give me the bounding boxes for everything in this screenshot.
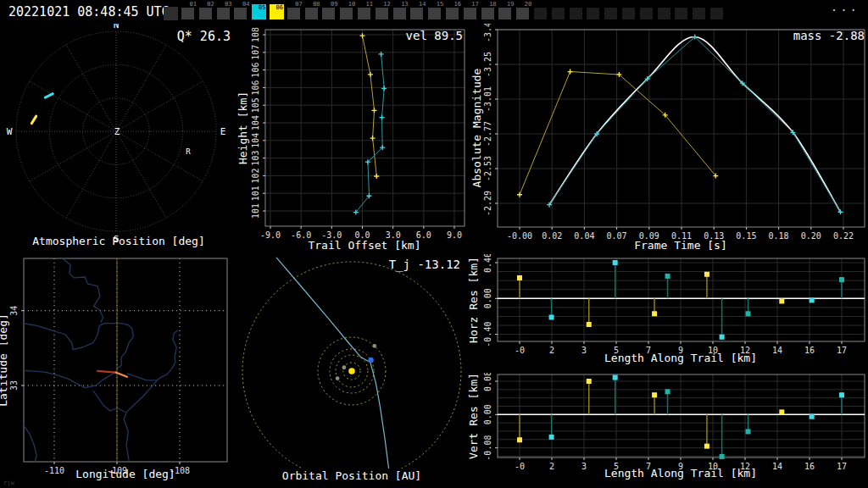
frame-slot-empty[interactable] bbox=[692, 1, 709, 23]
frame-slot-empty[interactable] bbox=[674, 1, 691, 23]
frame-slot-box[interactable] bbox=[305, 8, 318, 19]
frame-slot-01[interactable]: 01 bbox=[181, 1, 198, 23]
frame-slot-box[interactable] bbox=[287, 8, 300, 19]
frame-slot-number: 02 bbox=[207, 1, 214, 8]
frame-slot-box[interactable] bbox=[234, 8, 247, 19]
y-tick-label: 0.00 bbox=[483, 404, 492, 424]
frame-slot-box[interactable] bbox=[164, 7, 178, 20]
frame-slot-box[interactable] bbox=[446, 8, 459, 19]
frame-slot-12[interactable]: 12 bbox=[375, 1, 392, 23]
x-axis-title: Longitude [deg] bbox=[75, 468, 175, 480]
frame-slot-box[interactable] bbox=[181, 8, 194, 19]
data-marker bbox=[371, 108, 376, 113]
frame-slot-box[interactable] bbox=[640, 8, 653, 19]
frame-slot-18[interactable]: 18 bbox=[481, 1, 498, 23]
x-tick-label: 14 bbox=[772, 462, 782, 471]
frame-slot-box[interactable] bbox=[658, 8, 670, 19]
x-tick-label: 17 bbox=[837, 462, 847, 471]
frame-slot-empty[interactable] bbox=[709, 1, 726, 23]
frame-slot-06[interactable]: 06 bbox=[269, 1, 286, 23]
series-line bbox=[520, 72, 715, 195]
frame-slot-box[interactable] bbox=[534, 8, 547, 19]
frame-slot-number: 17 bbox=[471, 1, 478, 8]
x-tick-label: 14 bbox=[772, 346, 782, 355]
frame-slot-box[interactable] bbox=[358, 8, 370, 19]
frame-slot-box[interactable] bbox=[340, 8, 353, 19]
x-axis-title: Length Along Trail [km] bbox=[604, 467, 757, 480]
frame-slot-empty[interactable] bbox=[657, 1, 674, 23]
frame-slot-box[interactable] bbox=[410, 8, 423, 19]
frame-slot-box[interactable] bbox=[428, 8, 441, 19]
frame-slot-box[interactable] bbox=[604, 8, 617, 19]
frame-slot-13[interactable]: 13 bbox=[392, 1, 409, 23]
frame-slot-box[interactable] bbox=[693, 8, 705, 19]
frame-slot-number: 07 bbox=[295, 1, 302, 8]
residual-marker bbox=[720, 454, 725, 459]
frame-slot-empty[interactable] bbox=[621, 1, 638, 23]
frame-slot-box[interactable] bbox=[322, 8, 335, 19]
panel-horz-residuals: -02357910121416170.400.00-0.40Length Alo… bbox=[466, 254, 868, 373]
data-marker bbox=[517, 192, 522, 197]
frame-slot-09[interactable]: 09 bbox=[321, 1, 338, 23]
frame-slot-04[interactable]: 04 bbox=[233, 1, 250, 23]
frame-slot-empty[interactable] bbox=[586, 1, 603, 23]
y-tick-label: -3.49 bbox=[483, 24, 492, 42]
y-tick-label: 108 bbox=[251, 27, 260, 42]
compass-west: W bbox=[7, 126, 13, 137]
y-tick-label: -0.40 bbox=[483, 322, 492, 347]
x-tick-label: 0.20 bbox=[801, 231, 821, 241]
frame-slot-empty[interactable] bbox=[551, 1, 568, 23]
frame-slot-number: 12 bbox=[383, 1, 390, 8]
frame-slot-empty[interactable] bbox=[533, 1, 550, 23]
frame-slot-08[interactable]: 08 bbox=[304, 1, 321, 23]
frame-slot-box[interactable] bbox=[199, 8, 212, 19]
panel-atmospheric-position: NSEWZRQ* 26.3Atmospheric Position [deg] bbox=[0, 24, 237, 254]
frame-slot-box[interactable] bbox=[552, 8, 565, 19]
frame-slot-14[interactable]: 14 bbox=[409, 1, 426, 23]
frame-slot-number: 16 bbox=[454, 1, 461, 8]
frame-slot-box[interactable] bbox=[498, 8, 511, 19]
y-tick-label: 101 bbox=[251, 203, 260, 219]
residual-marker bbox=[652, 311, 657, 316]
frame-slot-11[interactable]: 11 bbox=[357, 1, 374, 23]
frame-slot-02[interactable]: 02 bbox=[198, 1, 215, 23]
frame-slot-box[interactable] bbox=[393, 8, 406, 19]
frame-slot-box[interactable] bbox=[710, 8, 723, 19]
x-axis-title: Frame Time [s] bbox=[634, 239, 727, 252]
frame-slot-box[interactable] bbox=[570, 8, 582, 19]
frame-slot-box[interactable] bbox=[675, 8, 687, 19]
y-tick-label: 34 bbox=[9, 306, 19, 316]
frame-slot-lead[interactable] bbox=[163, 1, 180, 23]
y-tick-label: -0.08 bbox=[483, 435, 492, 461]
magnitude-axes: -0.000.020.040.070.090.110.130.150.180.2… bbox=[483, 24, 865, 241]
frame-slot-10[interactable]: 10 bbox=[339, 1, 356, 23]
frame-slot-07[interactable]: 07 bbox=[287, 1, 303, 23]
frame-slot-16[interactable]: 16 bbox=[445, 1, 462, 23]
frame-slot-box[interactable] bbox=[516, 8, 529, 19]
frame-slot-number: 09 bbox=[331, 1, 337, 8]
frame-slot-box[interactable] bbox=[587, 8, 599, 19]
frame-slot-15[interactable]: 15 bbox=[427, 1, 444, 23]
frame-slot-box[interactable] bbox=[622, 8, 635, 19]
frame-slot-number: 15 bbox=[437, 1, 443, 8]
frame-slot-box[interactable] bbox=[376, 8, 388, 19]
frame-slot-box[interactable] bbox=[217, 8, 230, 19]
frame-slot-number: 08 bbox=[313, 1, 320, 8]
frame-slot-20[interactable]: 20 bbox=[515, 1, 532, 23]
frame-slot-03[interactable]: 03 bbox=[216, 1, 233, 23]
frame-slot-empty[interactable] bbox=[604, 1, 620, 23]
frame-slot-box[interactable] bbox=[481, 8, 494, 19]
frame-slot-empty[interactable] bbox=[639, 1, 656, 23]
frame-slot-box[interactable] bbox=[464, 8, 476, 19]
frame-slot-number: 19 bbox=[507, 1, 514, 8]
x-tick-label: -0 bbox=[515, 462, 525, 471]
fit-curve bbox=[549, 36, 840, 212]
frame-slot-05[interactable]: 05 bbox=[251, 1, 268, 23]
overflow-menu-icon[interactable]: ··· bbox=[831, 3, 860, 17]
frame-slot-19[interactable]: 19 bbox=[498, 1, 515, 23]
frame-slot-empty[interactable] bbox=[569, 1, 586, 23]
ground-track-segment bbox=[116, 373, 127, 377]
residual-marker bbox=[779, 298, 784, 303]
frame-slot-17[interactable]: 17 bbox=[463, 1, 480, 23]
panel-ground-track-map: -110-109-1083433Longitude [deg]Latitude … bbox=[0, 254, 237, 488]
